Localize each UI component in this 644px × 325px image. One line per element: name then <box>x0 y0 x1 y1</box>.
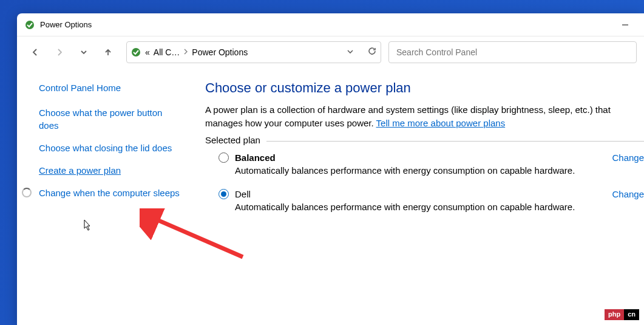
refresh-button[interactable] <box>367 46 377 58</box>
app-icon <box>24 19 35 30</box>
navigation-toolbar: « All C… Power Options <box>17 36 644 68</box>
control-panel-home-link[interactable]: Control Panel Home <box>39 83 191 93</box>
plan-item: Dell Change Automatically balances perfo… <box>219 189 644 212</box>
address-bar[interactable]: « All C… Power Options <box>126 41 381 63</box>
sidebar-link-computer-sleeps[interactable]: Change when the computer sleeps <box>39 186 185 199</box>
main-panel: Choose or customize a power plan A power… <box>205 68 644 325</box>
selected-plan-legend: Selected plan <box>205 135 266 145</box>
power-options-window: Power Options « All C… Power Options <box>17 13 644 325</box>
breadcrumb-prefix: « <box>145 47 150 57</box>
content-area: Control Panel Home Choose what the power… <box>17 68 644 325</box>
svg-point-2 <box>132 48 140 56</box>
badge-left: php <box>605 309 624 320</box>
back-button[interactable] <box>24 41 46 63</box>
forward-button[interactable] <box>49 41 70 63</box>
breadcrumb-level1[interactable]: All C… <box>154 47 180 57</box>
plan-radio-balanced[interactable] <box>219 152 229 163</box>
badge-right: cn <box>624 309 639 320</box>
selected-plan-group: Selected plan Balanced Change Automatica… <box>205 141 644 212</box>
recent-dropdown-button[interactable] <box>73 41 95 63</box>
change-plan-link[interactable]: Change <box>612 189 644 199</box>
plan-radio-dell[interactable] <box>219 189 229 199</box>
sidebar-link-create-plan[interactable]: Create a power plan <box>39 164 185 177</box>
plan-description: Automatically balances performance with … <box>235 202 644 212</box>
breadcrumb-level2[interactable]: Power Options <box>192 47 248 57</box>
plan-name: Dell <box>235 189 251 199</box>
learn-more-link[interactable]: Tell me more about power plans <box>376 118 506 128</box>
svg-point-0 <box>25 21 34 29</box>
search-bar[interactable] <box>388 41 637 63</box>
sidebar-link-power-button[interactable]: Choose what the power button does <box>39 106 185 132</box>
location-icon <box>130 47 141 58</box>
up-button[interactable] <box>97 41 119 63</box>
window-title: Power Options <box>40 20 611 29</box>
plan-item: Balanced Change Automatically balances p… <box>219 152 644 176</box>
sidebar: Control Panel Home Choose what the power… <box>17 68 205 325</box>
address-dropdown-button[interactable] <box>347 47 354 58</box>
page-description: A power plan is a collection of hardware… <box>205 103 644 130</box>
chevron-right-icon[interactable] <box>183 49 188 56</box>
watermark-badge: php cn <box>605 309 639 320</box>
minimize-button[interactable] <box>611 15 639 35</box>
loading-spinner-icon <box>22 188 32 197</box>
plan-name: Balanced <box>235 152 276 163</box>
sidebar-link-closing-lid[interactable]: Choose what closing the lid does <box>39 142 185 154</box>
plan-description: Automatically balances performance with … <box>235 165 644 176</box>
page-title: Choose or customize a power plan <box>205 80 644 96</box>
titlebar: Power Options <box>17 13 644 36</box>
change-plan-link[interactable]: Change <box>612 152 644 163</box>
search-input[interactable] <box>396 47 629 57</box>
